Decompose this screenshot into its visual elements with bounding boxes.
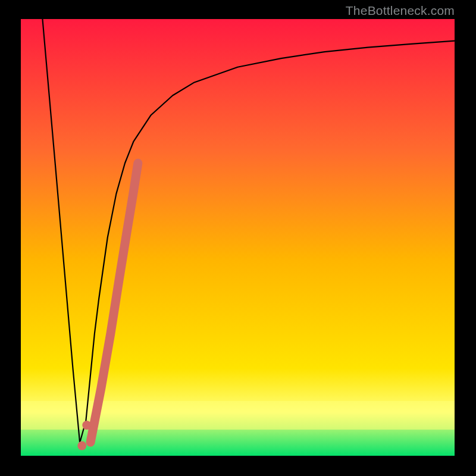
chart-curves	[21, 19, 455, 456]
marker-dot	[77, 441, 86, 450]
watermark-text: TheBottleneck.com	[346, 4, 455, 18]
image-frame: TheBottleneck.com	[0, 0, 476, 476]
plot-area	[21, 19, 455, 456]
marker-dot	[82, 421, 91, 430]
